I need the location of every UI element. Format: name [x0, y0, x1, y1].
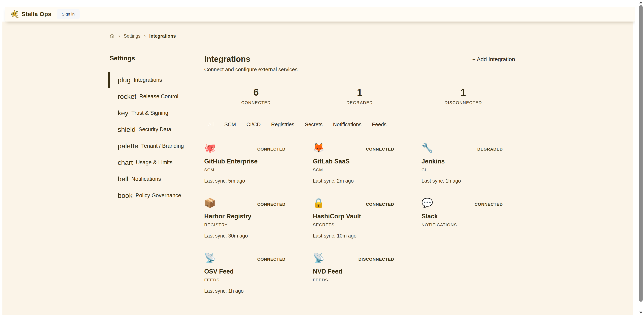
scrollbar-thumb[interactable] [639, 5, 642, 302]
rocket-icon: rocket [118, 93, 136, 100]
status-badge: CONNECTED [474, 202, 503, 207]
brand-name: Stella Ops [22, 11, 52, 18]
sidebar-title: Settings [110, 55, 197, 62]
integrations-main: Integrations Connect and configure exter… [204, 55, 515, 294]
integration-name: GitHub Enterprise [204, 158, 289, 165]
integration-name: GitLab SaaS [313, 158, 397, 165]
satellite-antenna-icon: 📡 [204, 253, 216, 263]
brand[interactable]: Stella Ops [10, 10, 52, 18]
shield-icon: shield [118, 126, 136, 133]
page-title: Integrations [204, 55, 298, 64]
sign-in-button[interactable]: Sign in [57, 9, 80, 19]
status-badge: CONNECTED [257, 202, 286, 207]
sidebar-item-tenant-branding[interactable]: palette Tenant / Branding [110, 138, 197, 154]
integration-name: NVD Feed [313, 268, 397, 275]
integration-category: SCM [313, 167, 397, 172]
sidebar-item-trust-signing[interactable]: key Trust & Signing [110, 105, 197, 121]
settings-sidebar: Settings plug Integrations rocket Releas… [110, 55, 197, 204]
integration-name: Jenkins [422, 158, 506, 165]
book-icon: book [118, 192, 132, 199]
status-badge: CONNECTED [257, 257, 286, 262]
palette-icon: palette [118, 143, 138, 149]
breadcrumb-separator: › [118, 33, 120, 39]
tab-cicd[interactable]: CI/CD [243, 120, 264, 129]
stat-disconnected: 1 DISCONNECTED [412, 87, 515, 105]
octopus-icon: 🐙 [204, 143, 216, 153]
browser-scrollbar[interactable] [635, 0, 644, 315]
card-harbor-registry[interactable]: 📦 CONNECTED Harbor Registry REGISTRY Las… [204, 198, 289, 239]
category-tabs: All SCM CI/CD Registries Secrets Notific… [204, 120, 515, 129]
tab-secrets[interactable]: Secrets [301, 120, 326, 129]
tab-all[interactable]: All [204, 120, 218, 129]
fox-icon: 🦊 [313, 143, 324, 153]
card-slack[interactable]: 💬 CONNECTED Slack NOTIFICATIONS [422, 198, 506, 239]
integration-name: Slack [422, 213, 506, 220]
card-jenkins[interactable]: 🔧 DEGRADED Jenkins CI Last sync: 1h ago [422, 143, 506, 184]
card-hashicorp-vault[interactable]: 🔒 CONNECTED HashiCorp Vault SECRETS Last… [313, 198, 397, 239]
integration-name: HashiCorp Vault [313, 213, 397, 220]
sidebar-item-usage-limits[interactable]: chart Usage & Limits [110, 154, 197, 171]
last-sync: Last sync: 30m ago [204, 233, 289, 239]
integration-category: FEEDS [204, 277, 289, 282]
integration-category: FEEDS [313, 277, 397, 282]
status-badge: CONNECTED [257, 147, 286, 152]
last-sync: Last sync: 1h ago [422, 178, 506, 184]
topbar: Stella Ops Sign in [5, 7, 636, 22]
integration-category: SCM [204, 167, 289, 172]
speech-balloon-icon: 💬 [422, 198, 433, 208]
card-nvd-feed[interactable]: 📡 DISCONNECTED NVD Feed FEEDS [313, 253, 397, 294]
sidebar-nav: plug Integrations rocket Release Control… [110, 72, 197, 204]
integration-category: CI [422, 167, 506, 172]
sidebar-item-policy-governance[interactable]: book Policy Governance [110, 187, 197, 204]
integration-category: SECRETS [313, 222, 397, 227]
integration-category: NOTIFICATIONS [422, 222, 506, 227]
card-github-enterprise[interactable]: 🐙 CONNECTED GitHub Enterprise SCM Last s… [204, 143, 289, 184]
integration-cards: 🐙 CONNECTED GitHub Enterprise SCM Last s… [204, 143, 515, 294]
sidebar-item-security-data[interactable]: shield Security Data [110, 121, 197, 138]
integration-name: Harbor Registry [204, 213, 289, 220]
breadcrumb-integrations: Integrations [149, 34, 176, 39]
satellite-antenna-icon: 📡 [313, 253, 324, 263]
stat-connected: 6 CONNECTED [204, 87, 308, 105]
card-osv-feed[interactable]: 📡 CONNECTED OSV Feed FEEDS Last sync: 1h… [204, 253, 289, 294]
status-stats: 6 CONNECTED 1 DEGRADED 1 DISCONNECTED [204, 87, 515, 105]
breadcrumb-settings[interactable]: Settings [124, 34, 140, 39]
tab-feeds[interactable]: Feeds [368, 120, 390, 129]
key-icon: key [118, 110, 128, 116]
sidebar-item-notifications[interactable]: bell Notifications [110, 171, 197, 187]
integration-category: REGISTRY [204, 222, 289, 227]
tab-notifications[interactable]: Notifications [329, 120, 365, 129]
last-sync: Last sync: 5m ago [204, 178, 289, 184]
scroll-down-arrow[interactable] [639, 311, 642, 313]
last-sync: Last sync: 10m ago [313, 233, 397, 239]
status-badge: DISCONNECTED [358, 257, 394, 262]
bell-icon: bell [118, 176, 128, 182]
tab-scm[interactable]: SCM [220, 120, 240, 129]
stella-ops-logo-icon [10, 10, 19, 18]
chart-icon: chart [118, 159, 133, 166]
integration-name: OSV Feed [204, 268, 289, 275]
breadcrumb: › Settings › Integrations [2, 33, 633, 39]
scroll-up-arrow[interactable] [639, 2, 642, 4]
stat-degraded: 1 DEGRADED [308, 87, 412, 105]
plug-icon: plug [118, 77, 130, 83]
sidebar-item-release-control[interactable]: rocket Release Control [110, 88, 197, 105]
status-badge: CONNECTED [366, 202, 394, 207]
last-sync: Last sync: 2m ago [313, 178, 397, 184]
card-gitlab-saas[interactable]: 🦊 CONNECTED GitLab SaaS SCM Last sync: 2… [313, 143, 397, 184]
add-integration-button[interactable]: + Add Integration [472, 55, 515, 64]
home-icon[interactable] [110, 34, 115, 39]
wrench-icon: 🔧 [422, 143, 433, 153]
status-badge: CONNECTED [366, 147, 394, 152]
page-surface: › Settings › Integrations Settings plug … [2, 22, 633, 315]
page-subtitle: Connect and configure external services [204, 66, 298, 73]
tab-registries[interactable]: Registries [267, 120, 298, 129]
status-badge: DEGRADED [477, 147, 503, 152]
sidebar-item-integrations[interactable]: plug Integrations [110, 72, 197, 88]
last-sync: Last sync: 1h ago [204, 288, 289, 294]
content-layout: Settings plug Integrations rocket Releas… [2, 55, 633, 294]
breadcrumb-separator: › [144, 33, 146, 39]
lock-icon: 🔒 [313, 198, 324, 208]
package-icon: 📦 [204, 198, 216, 208]
